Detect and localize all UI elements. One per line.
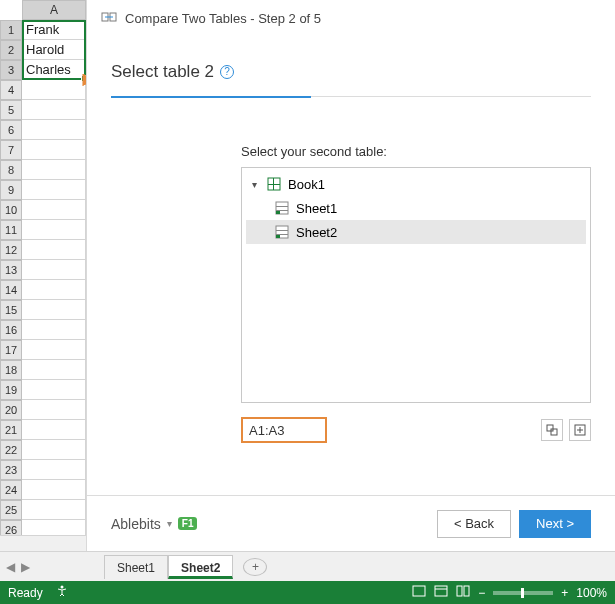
accessibility-icon[interactable] xyxy=(55,584,69,601)
row-header-11[interactable]: 11 xyxy=(0,220,22,240)
svg-rect-13 xyxy=(276,235,280,238)
row-header-5[interactable]: 5 xyxy=(0,100,22,120)
row-header-17[interactable]: 17 xyxy=(0,340,22,360)
cell-a24[interactable] xyxy=(22,480,86,500)
chevron-down-icon[interactable]: ▾ xyxy=(248,179,260,190)
cell-a11[interactable] xyxy=(22,220,86,240)
row-header-1[interactable]: 1 xyxy=(0,20,22,40)
cell-a8[interactable] xyxy=(22,160,86,180)
nav-next-icon[interactable]: ▶ xyxy=(21,560,30,574)
row-header-16[interactable]: 16 xyxy=(0,320,22,340)
tree-sheet-1-label: Sheet1 xyxy=(296,201,337,216)
svg-rect-8 xyxy=(276,210,288,211)
panel-header: Compare Two Tables - Step 2 of 5 xyxy=(87,0,615,36)
svg-rect-19 xyxy=(435,586,447,596)
row-header-19[interactable]: 19 xyxy=(0,380,22,400)
worksheet-icon xyxy=(274,200,290,216)
tab-sheet1[interactable]: Sheet1 xyxy=(104,555,168,579)
row-header-14[interactable]: 14 xyxy=(0,280,22,300)
expand-range-button[interactable] xyxy=(569,419,591,441)
range-input[interactable] xyxy=(241,417,327,443)
row-header-22[interactable]: 22 xyxy=(0,440,22,460)
zoom-out-button[interactable]: − xyxy=(478,586,485,600)
cell-a21[interactable] xyxy=(22,420,86,440)
add-sheet-button[interactable]: + xyxy=(243,558,267,576)
cell-a13[interactable] xyxy=(22,260,86,280)
sheet-nav-arrows[interactable]: ◀ ▶ xyxy=(6,560,30,574)
cell-a4[interactable] xyxy=(22,80,86,100)
cell-a22[interactable] xyxy=(22,440,86,460)
help-icon[interactable]: ? xyxy=(220,65,234,79)
back-button[interactable]: < Back xyxy=(437,510,511,538)
row-header-3[interactable]: 3 xyxy=(0,60,22,80)
cell-a12[interactable] xyxy=(22,240,86,260)
zoom-level[interactable]: 100% xyxy=(576,586,607,600)
svg-point-17 xyxy=(60,586,63,589)
select-range-icon xyxy=(546,424,558,436)
cell-a25[interactable] xyxy=(22,500,86,520)
cell-a2[interactable]: Harold xyxy=(22,40,86,60)
svg-rect-12 xyxy=(276,234,288,235)
row-header-10[interactable]: 10 xyxy=(0,200,22,220)
nav-prev-icon[interactable]: ◀ xyxy=(6,560,15,574)
cell-a3[interactable]: Charles xyxy=(22,60,86,80)
cell-a14[interactable] xyxy=(22,280,86,300)
panel-footer: Ablebits ▾ F1 < Back Next > xyxy=(87,495,615,551)
next-button[interactable]: Next > xyxy=(519,510,591,538)
row-header-24[interactable]: 24 xyxy=(0,480,22,500)
row-header-13[interactable]: 13 xyxy=(0,260,22,280)
row-header-4[interactable]: 4 xyxy=(0,80,22,100)
cell-a10[interactable] xyxy=(22,200,86,220)
row-header-20[interactable]: 20 xyxy=(0,400,22,420)
horizontal-scrollbar[interactable] xyxy=(0,535,86,551)
row-header-12[interactable]: 12 xyxy=(0,240,22,260)
row-header-8[interactable]: 8 xyxy=(0,160,22,180)
step-title-text: Select table 2 xyxy=(111,62,214,82)
svg-rect-22 xyxy=(464,586,469,596)
cell-a5[interactable] xyxy=(22,100,86,120)
cell-a7[interactable] xyxy=(22,140,86,160)
sheet-tab-bar: ◀ ▶ Sheet1 Sheet2 + xyxy=(0,551,615,581)
svg-rect-5 xyxy=(273,178,274,190)
svg-rect-11 xyxy=(276,230,288,231)
row-header-21[interactable]: 21 xyxy=(0,420,22,440)
cell-a19[interactable] xyxy=(22,380,86,400)
row-header-18[interactable]: 18 xyxy=(0,360,22,380)
cell-a6[interactable] xyxy=(22,120,86,140)
f1-badge[interactable]: F1 xyxy=(178,517,198,530)
tab-sheet2[interactable]: Sheet2 xyxy=(168,555,233,579)
cell-a15[interactable] xyxy=(22,300,86,320)
cell-a9[interactable] xyxy=(22,180,86,200)
column-header-a[interactable]: A xyxy=(22,0,86,20)
svg-rect-9 xyxy=(276,211,280,214)
row-header-25[interactable]: 25 xyxy=(0,500,22,520)
row-header-6[interactable]: 6 xyxy=(0,120,22,140)
brand-text: Ablebits xyxy=(111,516,161,532)
table-tree[interactable]: ▾ Book1 Sheet1 Sheet2 xyxy=(241,167,591,403)
cell-a20[interactable] xyxy=(22,400,86,420)
cell-a23[interactable] xyxy=(22,460,86,480)
cell-a1[interactable]: Frank xyxy=(22,20,86,40)
brand-label[interactable]: Ablebits ▾ F1 xyxy=(111,516,197,532)
tree-sheet-2[interactable]: Sheet2 xyxy=(246,220,586,244)
cell-a17[interactable] xyxy=(22,340,86,360)
tree-workbook[interactable]: ▾ Book1 xyxy=(246,172,586,196)
tree-sheet-1[interactable]: Sheet1 xyxy=(246,196,586,220)
zoom-in-button[interactable]: + xyxy=(561,586,568,600)
row-header-7[interactable]: 7 xyxy=(0,140,22,160)
worksheet-icon xyxy=(274,224,290,240)
cell-a18[interactable] xyxy=(22,360,86,380)
view-normal-icon[interactable] xyxy=(412,585,426,600)
view-layout-icon[interactable] xyxy=(434,585,448,600)
view-pagebreak-icon[interactable] xyxy=(456,585,470,600)
cell-a16[interactable] xyxy=(22,320,86,340)
row-header-23[interactable]: 23 xyxy=(0,460,22,480)
select-range-button[interactable] xyxy=(541,419,563,441)
zoom-slider[interactable] xyxy=(493,591,553,595)
chevron-down-icon: ▾ xyxy=(167,518,172,529)
row-header-15[interactable]: 15 xyxy=(0,300,22,320)
workbook-icon xyxy=(266,176,282,192)
row-header-9[interactable]: 9 xyxy=(0,180,22,200)
row-header-2[interactable]: 2 xyxy=(0,40,22,60)
worksheet-area: A 1 Frank 2 Harold 3 Charles 45678910111… xyxy=(0,0,86,551)
